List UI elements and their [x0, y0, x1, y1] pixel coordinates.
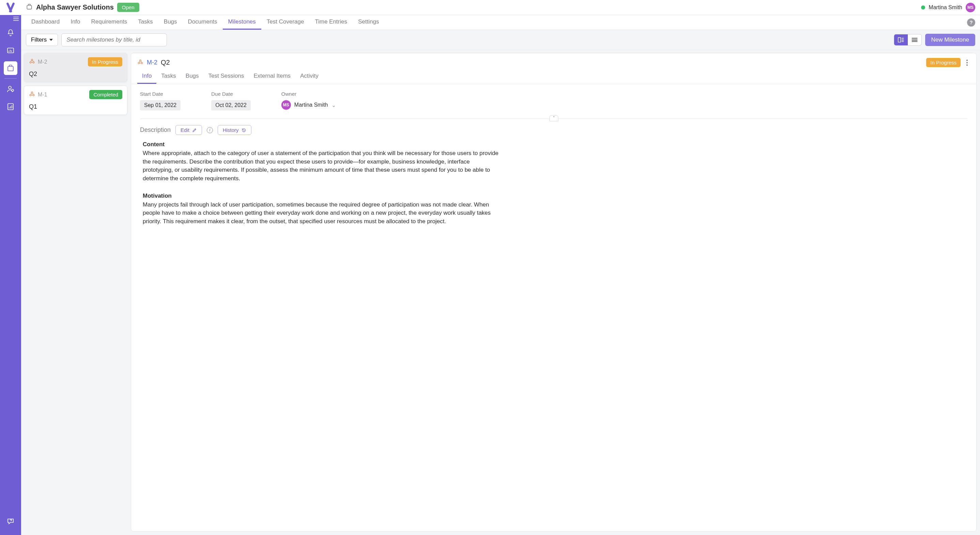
- svg-rect-1: [8, 67, 13, 71]
- owner-picker[interactable]: MS Martina Smith ⌄: [282, 100, 336, 110]
- milestone-detail: M-2 Q2 In Progress Info Tasks Bugs Test …: [131, 53, 977, 532]
- tab-tasks[interactable]: Tasks: [132, 15, 158, 30]
- detail-body: Start Date Sep 01, 2022 Due Date Oct 02,…: [131, 84, 976, 531]
- milestone-icon: [29, 58, 35, 66]
- detail-header: M-2 Q2 In Progress: [131, 53, 976, 67]
- collapse-toggle[interactable]: ˄: [549, 115, 558, 121]
- milestone-title: Q2: [29, 70, 122, 78]
- milestone-icon: [29, 91, 35, 99]
- rail-people[interactable]: [4, 82, 18, 96]
- svg-point-14: [138, 62, 140, 64]
- desc-heading: Content: [143, 141, 501, 148]
- new-milestone-button[interactable]: New Milestone: [925, 34, 975, 46]
- detail-tab-tasks[interactable]: Tasks: [156, 70, 181, 84]
- tab-test-coverage[interactable]: Test Coverage: [261, 15, 310, 30]
- info-icon[interactable]: i: [207, 127, 213, 133]
- rail-reports[interactable]: [4, 100, 18, 113]
- milestone-id: M-1: [38, 92, 47, 98]
- tab-bugs[interactable]: Bugs: [158, 15, 183, 30]
- desc-paragraph: Where appropriate, attach to the categor…: [143, 149, 501, 183]
- detail-status-badge[interactable]: In Progress: [926, 58, 961, 67]
- rail-dashboard[interactable]: [4, 44, 18, 57]
- svg-point-15: [141, 62, 143, 64]
- svg-point-12: [33, 94, 34, 96]
- owner-avatar: MS: [282, 100, 291, 110]
- due-date-label: Due Date: [211, 91, 251, 97]
- description-content: Content Where appropriate, attach to the…: [140, 141, 501, 232]
- filters-label: Filters: [31, 37, 47, 43]
- current-user-avatar[interactable]: MS: [966, 3, 975, 12]
- tab-documents[interactable]: Documents: [183, 15, 223, 30]
- section-divider: ˄: [140, 119, 967, 119]
- tab-requirements[interactable]: Requirements: [86, 15, 133, 30]
- history-label: History: [223, 127, 239, 133]
- app-logo[interactable]: [0, 0, 21, 15]
- svg-point-8: [30, 61, 31, 63]
- tab-info[interactable]: Info: [65, 15, 86, 30]
- search-input[interactable]: [61, 33, 167, 46]
- description-toolbar: Description Edit i History: [140, 125, 967, 135]
- project-name: Alpha Sawyer Solutions: [36, 3, 114, 11]
- milestone-card[interactable]: M-1 Completed Q1: [24, 86, 127, 115]
- detail-tabs: Info Tasks Bugs Test Sessions External I…: [131, 67, 976, 84]
- filters-button[interactable]: Filters: [26, 34, 58, 46]
- presence-indicator: [921, 5, 925, 10]
- description-label: Description: [140, 126, 171, 134]
- project-tabs: Dashboard Info Requirements Tasks Bugs D…: [21, 15, 980, 30]
- owner-field: Owner MS Martina Smith ⌄: [282, 91, 336, 110]
- rail-support[interactable]: [4, 514, 18, 528]
- project-status-pill[interactable]: Open: [117, 3, 139, 12]
- svg-rect-6: [898, 38, 900, 42]
- help-icon[interactable]: ?: [967, 18, 975, 27]
- rail-collapse-icon[interactable]: [0, 15, 21, 24]
- milestone-list: M-2 In Progress Q2 M-1 Completed Q1: [21, 50, 130, 535]
- main-area: Alpha Sawyer Solutions Open Martina Smit…: [21, 0, 980, 535]
- view-toggle: [894, 34, 922, 46]
- chevron-down-icon: ⌄: [331, 102, 336, 108]
- detail-tab-bugs[interactable]: Bugs: [181, 70, 204, 84]
- start-date-value[interactable]: Sep 01, 2022: [140, 100, 181, 110]
- milestone-card[interactable]: M-2 In Progress Q2: [24, 53, 127, 82]
- view-list-button[interactable]: [908, 34, 921, 45]
- rail-projects[interactable]: [4, 61, 18, 75]
- due-date-value[interactable]: Oct 02, 2022: [211, 100, 251, 110]
- current-user-name[interactable]: Martina Smith: [929, 5, 962, 11]
- view-card-button[interactable]: [894, 34, 908, 45]
- detail-tab-external-items[interactable]: External Items: [249, 70, 295, 84]
- project-icon: [26, 3, 33, 11]
- start-date-label: Start Date: [140, 91, 181, 97]
- status-badge: In Progress: [88, 57, 122, 67]
- content-split: M-2 In Progress Q2 M-1 Completed Q1: [21, 50, 980, 535]
- top-bar: Alpha Sawyer Solutions Open Martina Smit…: [21, 0, 980, 15]
- owner-label: Owner: [282, 91, 336, 97]
- detail-tab-info[interactable]: Info: [137, 70, 156, 84]
- history-button[interactable]: History: [218, 125, 251, 135]
- tab-milestones[interactable]: Milestones: [223, 15, 261, 30]
- milestone-icon: [137, 59, 143, 67]
- edit-description-button[interactable]: Edit: [175, 125, 202, 135]
- milestone-title: Q1: [29, 103, 122, 110]
- desc-paragraph: Many projects fail through lack of user …: [143, 201, 501, 226]
- tab-time-entries[interactable]: Time Entries: [309, 15, 353, 30]
- caret-down-icon: [49, 39, 53, 41]
- owner-name: Martina Smith: [294, 102, 328, 108]
- start-date-field: Start Date Sep 01, 2022: [140, 91, 181, 110]
- rail-separator: [5, 78, 17, 79]
- meta-row: Start Date Sep 01, 2022 Due Date Oct 02,…: [140, 91, 967, 110]
- due-date-field: Due Date Oct 02, 2022: [211, 91, 251, 110]
- svg-point-2: [8, 86, 11, 89]
- tab-settings[interactable]: Settings: [353, 15, 384, 30]
- detail-title: Q2: [161, 59, 170, 67]
- edit-label: Edit: [181, 127, 189, 133]
- svg-point-9: [33, 61, 34, 63]
- detail-id-link[interactable]: M-2: [147, 59, 158, 66]
- rail-notifications[interactable]: [4, 26, 18, 40]
- tab-dashboard[interactable]: Dashboard: [26, 15, 65, 30]
- detail-tab-test-sessions[interactable]: Test Sessions: [204, 70, 249, 84]
- milestones-toolbar: Filters New Milestone: [21, 30, 980, 50]
- kebab-menu-icon[interactable]: [964, 60, 970, 66]
- svg-point-11: [30, 94, 31, 96]
- status-badge: Completed: [89, 90, 122, 99]
- detail-tab-activity[interactable]: Activity: [295, 70, 323, 84]
- svg-rect-0: [8, 48, 14, 53]
